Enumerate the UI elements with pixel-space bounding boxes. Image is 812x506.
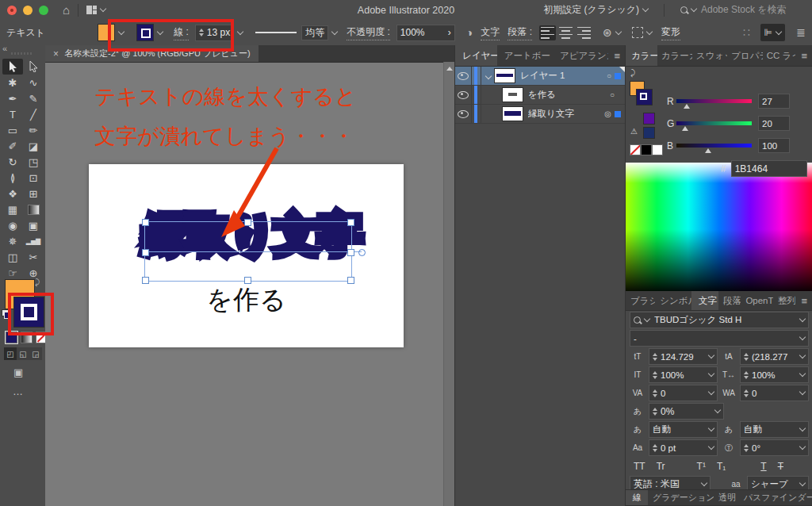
horizontal-scale-field[interactable]: 100% — [740, 366, 809, 383]
close-document-icon[interactable]: × — [53, 48, 59, 59]
tab-align[interactable]: 整列 — [773, 291, 795, 310]
character-rotation-field[interactable]: 0° — [740, 439, 809, 456]
hex-field[interactable]: 1B1464 — [731, 160, 807, 177]
chevron-down-icon[interactable] — [708, 352, 714, 358]
canvas-area[interactable]: × 名称未設定-2* @ 100% (RGB/GPU プレビュー) テキストの線… — [45, 45, 454, 506]
selection-handle[interactable] — [142, 219, 149, 226]
pen-tool[interactable]: ✒ — [2, 90, 23, 106]
visibility-cell[interactable] — [455, 86, 472, 104]
tab-gradient[interactable]: グラデーション — [648, 490, 714, 505]
stepper-icon[interactable] — [744, 371, 749, 379]
tab-properties[interactable]: プロパテ — [727, 45, 762, 66]
visibility-cell[interactable] — [455, 105, 472, 123]
aki-right-field[interactable]: 自動 — [740, 421, 809, 438]
perspective-grid-tool[interactable]: ⊞ — [23, 186, 44, 201]
layer-name[interactable]: を作る — [528, 89, 610, 101]
chevron-down-icon[interactable] — [799, 370, 806, 377]
tab-stroke[interactable]: 線 — [626, 490, 648, 505]
aki-left-field[interactable]: 自動 — [649, 421, 718, 438]
scale-tool[interactable]: ◳ — [23, 154, 44, 170]
rectangle-tool[interactable]: ▭ — [2, 122, 23, 138]
color-mode-button[interactable] — [6, 332, 17, 343]
out-of-gamut-swatch[interactable] — [643, 113, 655, 125]
tab-symbols[interactable]: シンボル — [655, 291, 691, 310]
edit-toolbar-icon[interactable]: … — [13, 385, 24, 397]
chevron-down-icon[interactable] — [237, 28, 243, 34]
paragraph-panel-link[interactable]: 段落 : — [508, 25, 532, 40]
selection-anchor-circle[interactable] — [358, 249, 366, 256]
selection-handle[interactable] — [142, 249, 149, 256]
color-spectrum[interactable] — [626, 163, 812, 291]
none-swatch[interactable] — [630, 144, 641, 155]
stroke-width-field[interactable]: 13 px — [195, 25, 234, 41]
character-panel-link[interactable]: 文字 — [481, 25, 500, 40]
selection-indicator[interactable] — [615, 73, 621, 79]
shaper-tool[interactable]: ✐ — [2, 138, 23, 154]
chevron-down-icon[interactable] — [708, 389, 714, 395]
tracking-field[interactable]: 0 — [740, 385, 809, 401]
slice-tool[interactable]: ✂ — [23, 249, 44, 265]
chevron-down-icon[interactable] — [615, 28, 621, 34]
red-slider[interactable] — [676, 99, 752, 103]
panel-menu-icon[interactable]: ≡ — [795, 45, 812, 66]
curvature-tool[interactable]: ✎ — [23, 90, 44, 106]
subscript-button[interactable]: T₁ — [717, 461, 726, 472]
chevron-down-icon[interactable] — [708, 443, 714, 450]
workspace-switcher[interactable]: 初期設定 (クラシック) — [543, 3, 648, 17]
leading-field[interactable]: (218.277 — [740, 348, 809, 365]
tsume-field[interactable]: 0% — [649, 403, 724, 420]
stepper-icon[interactable] — [653, 408, 657, 416]
stepper-icon[interactable] — [744, 444, 749, 452]
blue-slider[interactable] — [676, 144, 752, 148]
chevron-down-icon[interactable] — [701, 480, 707, 486]
draw-inside-button[interactable]: ◲ — [29, 347, 42, 360]
dots-grid-icon[interactable]: ∷ — [743, 26, 750, 39]
stepper-icon[interactable] — [744, 389, 749, 397]
symbol-sprayer-tool[interactable]: ✵ — [2, 233, 23, 249]
target-circle-icon[interactable]: ○ — [610, 90, 615, 99]
chevron-down-icon[interactable] — [799, 480, 806, 486]
stepper-icon[interactable] — [653, 353, 657, 361]
tab-appearance[interactable]: アピアランス — [553, 45, 609, 66]
collapse-panel-icon[interactable]: « — [2, 44, 7, 53]
free-transform-tool[interactable]: ⊡ — [23, 170, 44, 186]
small-caps-button[interactable]: Tr — [657, 461, 665, 472]
mesh-tool[interactable]: ▦ — [2, 201, 23, 217]
opacity-label[interactable]: 不透明度 : — [347, 25, 390, 40]
align-right-button[interactable] — [576, 25, 592, 40]
stroke-color-proxy[interactable] — [13, 297, 44, 328]
selection-handle[interactable] — [142, 277, 149, 284]
web-safe-swatch[interactable] — [643, 127, 655, 139]
layer-row-2[interactable]: を作る ○ — [455, 86, 626, 105]
swap-colors-icon[interactable]: ⤸ — [630, 68, 635, 78]
layer-thumbnail[interactable] — [494, 68, 515, 83]
gamut-warning-icon[interactable]: ⚠ — [630, 127, 638, 136]
transform-panel-link[interactable]: 変形 — [661, 25, 680, 40]
eraser-tool[interactable]: ◪ — [23, 138, 44, 154]
stroke-color-control[interactable] — [136, 24, 163, 41]
stepper-icon[interactable] — [744, 353, 749, 361]
target-circle-icon[interactable]: ◎ — [604, 109, 611, 118]
magic-wand-tool[interactable]: ✱ — [2, 75, 23, 90]
subtitle-text-object[interactable]: を作る — [89, 282, 404, 318]
list-icon[interactable]: ≣ — [796, 26, 806, 39]
vertical-scale-field[interactable]: 100% — [649, 366, 718, 383]
selection-indicator[interactable] — [615, 111, 621, 117]
layer-thumbnail[interactable] — [502, 87, 523, 102]
baseline-shift-field[interactable]: 0 pt — [649, 439, 718, 456]
tab-color[interactable]: カラー — [626, 45, 657, 66]
layer-name[interactable]: 縁取り文字 — [528, 108, 604, 120]
stroke-swatch[interactable] — [136, 24, 154, 41]
screen-mode-icon[interactable]: ▣ — [13, 366, 23, 378]
width-tool[interactable]: ≬ — [2, 170, 23, 186]
slider-knob[interactable] — [705, 148, 711, 153]
graph-tool[interactable]: ▂▅▇ — [23, 233, 44, 249]
superscript-button[interactable]: T¹ — [697, 461, 706, 472]
rotate-tool[interactable]: ↻ — [2, 154, 23, 170]
font-style-field[interactable]: - — [630, 330, 809, 347]
chevron-down-icon[interactable] — [799, 334, 806, 340]
selection-handle[interactable] — [347, 277, 354, 284]
blue-value-field[interactable]: 100 — [758, 138, 790, 153]
selection-handle[interactable] — [347, 249, 354, 256]
font-family-field[interactable]: TBUDゴシック Std H — [630, 312, 809, 328]
